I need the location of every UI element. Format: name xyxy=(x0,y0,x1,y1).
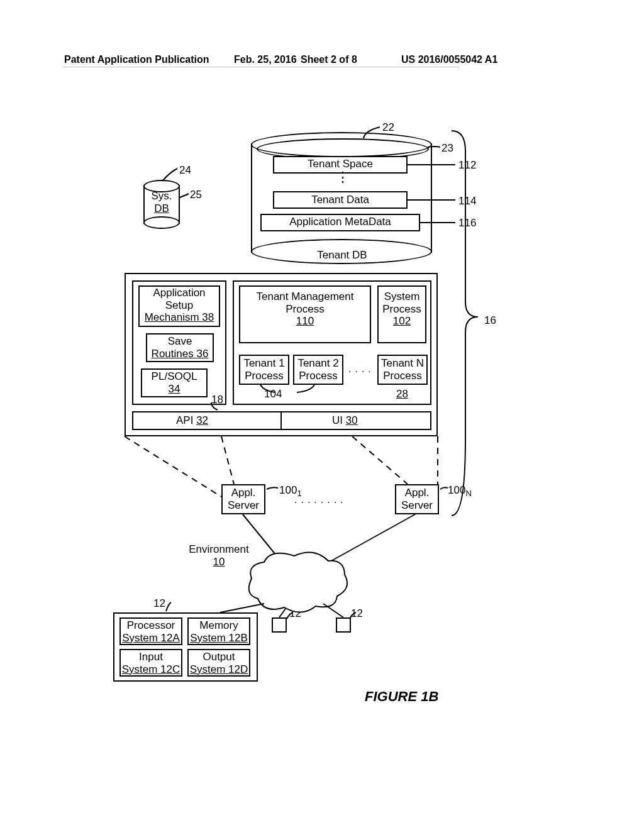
tenant2-process-label: Tenant 2Process xyxy=(293,357,343,382)
figure-label: FIGURE 1B xyxy=(365,689,438,705)
callout-25: 25 xyxy=(190,189,202,201)
ellipsis-dots-icon: ···· xyxy=(348,366,375,377)
callout-100-1: 1001 xyxy=(279,484,302,499)
callout-116: 116 xyxy=(458,217,476,230)
callout-104: 104 xyxy=(264,388,282,401)
callout-112: 112 xyxy=(458,159,476,172)
header-pubno: US 2016/0055042 A1 xyxy=(401,54,497,65)
environment-label: Environment10 xyxy=(181,543,257,568)
save-routines-label: Save Routines 36 xyxy=(146,335,214,360)
ui-label: UI 30 xyxy=(332,414,358,427)
tenant1-process-label: Tenant 1Process xyxy=(239,357,289,382)
system-process-label: System Process 102 xyxy=(377,290,426,328)
svg-line-3 xyxy=(125,436,221,497)
callout-24: 24 xyxy=(179,164,191,177)
svg-line-5 xyxy=(352,436,408,484)
server-ellipsis-icon: ········ xyxy=(294,497,347,508)
page: Patent Application Publication Feb. 25, … xyxy=(0,0,644,830)
app-metadata-label: Application MetaData xyxy=(260,216,420,228)
api-ui-divider xyxy=(280,411,282,430)
header-sheet: Sheet 2 of 8 xyxy=(301,54,357,65)
vertical-dots-icon: ⋮ xyxy=(336,175,350,180)
tenant-db-label: Tenant DB xyxy=(252,249,433,262)
svg-line-9 xyxy=(220,604,264,612)
callout-16: 16 xyxy=(484,314,496,327)
svg-line-4 xyxy=(221,436,234,484)
callout-23: 23 xyxy=(441,142,453,155)
client-small-1 xyxy=(272,617,287,633)
callout-114: 114 xyxy=(458,195,476,208)
network-label: Network14 xyxy=(258,571,333,595)
output-label: OutputSystem 12D xyxy=(187,651,250,675)
header-rule xyxy=(63,67,459,67)
tenantn-process-label: Tenant NProcess xyxy=(377,357,428,382)
callout-12a: 12 xyxy=(289,607,301,620)
svg-line-11 xyxy=(323,604,343,617)
appl-server-1-label: Appl.Server xyxy=(221,487,265,511)
svg-line-8 xyxy=(325,514,415,565)
callout-100-n: 100N xyxy=(448,484,472,499)
callout-22: 22 xyxy=(382,121,394,134)
app-setup-label: Application Setup Mechanism 38 xyxy=(138,287,220,324)
sys-db-label: Sys. DB xyxy=(143,190,180,214)
appl-server-n-label: Appl.Server xyxy=(395,487,439,511)
processor-label: ProcessorSystem 12A xyxy=(119,619,182,644)
tenant-mgmt-label: Tenant Management Process 110 xyxy=(239,290,371,328)
callout-12: 12 xyxy=(153,597,165,610)
callout-12b: 12 xyxy=(351,607,363,620)
callout-28: 28 xyxy=(396,388,408,401)
tenant-space-label: Tenant Space xyxy=(273,158,408,170)
plsoql-label: PL/SOQL 34 xyxy=(141,370,208,395)
client-small-2 xyxy=(336,617,351,633)
svg-line-10 xyxy=(279,609,286,617)
input-label: InputSystem 12C xyxy=(119,651,182,675)
memory-label: MemorySystem 12B xyxy=(187,619,250,644)
header-left: Patent Application Publication xyxy=(64,54,209,65)
header-date: Feb. 25, 2016 xyxy=(234,54,297,65)
api-label: API 32 xyxy=(176,414,208,427)
tenant-data-label: Tenant Data xyxy=(273,194,408,206)
callout-18: 18 xyxy=(211,394,223,406)
